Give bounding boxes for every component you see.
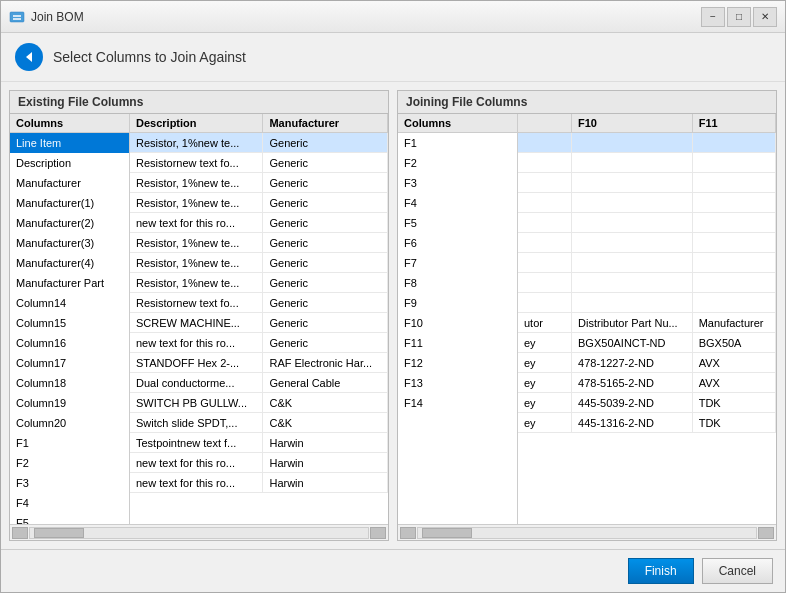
joining-col-item-12[interactable]: F13 [398,373,517,393]
joining-col-item-0[interactable]: F1 [398,133,517,153]
joining-preview-row-14[interactable]: ey445-1316-2-NDTDK [518,413,776,433]
existing-preview-cell: Resistornew text fo... [130,153,263,173]
existing-preview-area[interactable]: Description Manufacturer Resistor, 1%new… [130,114,388,524]
existing-preview-row-10[interactable]: new text for this ro...Generic [130,333,388,353]
existing-preview-row-17[interactable]: new text for this ro...Harwin [130,473,388,493]
joining-col-item-7[interactable]: F8 [398,273,517,293]
joining-col-item-8[interactable]: F9 [398,293,517,313]
existing-col-item-11[interactable]: Column17 [10,353,129,373]
existing-preview-row-6[interactable]: Resistor, 1%new te...Generic [130,253,388,273]
scroll-left-btn[interactable] [12,527,28,539]
existing-col-item-0[interactable]: Line Item [10,133,129,153]
existing-preview-row-14[interactable]: Switch slide SPDT,...C&K [130,413,388,433]
existing-col-item-16[interactable]: F2 [10,453,129,473]
existing-preview-cell: Switch slide SPDT,... [130,413,263,433]
existing-columns-list[interactable]: Columns Line ItemDescriptionManufacturer… [10,114,130,524]
existing-panel: Existing File Columns Columns Line ItemD… [9,90,389,541]
existing-col-item-4[interactable]: Manufacturer(2) [10,213,129,233]
existing-col-item-9[interactable]: Column15 [10,313,129,333]
existing-col-item-8[interactable]: Column14 [10,293,129,313]
joining-col-item-4[interactable]: F5 [398,213,517,233]
j-scroll-right-btn[interactable] [758,527,774,539]
window-title: Join BOM [31,10,84,24]
existing-preview-cell: Dual conductorme... [130,373,263,393]
joining-preview-row-13[interactable]: ey445-5039-2-NDTDK [518,393,776,413]
joining-preview-area[interactable]: F10 F11 utorDistributor Part Nu...Manufa… [518,114,776,524]
cancel-button[interactable]: Cancel [702,558,773,584]
maximize-button[interactable]: □ [727,7,751,27]
existing-col-item-19[interactable]: F5 [10,513,129,524]
existing-col-item-6[interactable]: Manufacturer(4) [10,253,129,273]
j-horiz-track[interactable] [417,527,757,539]
joining-preview-row-2[interactable] [518,173,776,193]
existing-col-item-18[interactable]: F4 [10,493,129,513]
existing-col-item-10[interactable]: Column16 [10,333,129,353]
existing-preview-row-9[interactable]: SCREW MACHINE...Generic [130,313,388,333]
existing-preview-row-0[interactable]: Resistor, 1%new te...Generic [130,133,388,153]
finish-button[interactable]: Finish [628,558,694,584]
existing-preview-row-11[interactable]: STANDOFF Hex 2-...RAF Electronic Har... [130,353,388,373]
joining-horiz-scrollbar[interactable] [398,524,776,540]
joining-preview-row-5[interactable] [518,233,776,253]
existing-preview-row-16[interactable]: new text for this ro...Harwin [130,453,388,473]
joining-col-item-1[interactable]: F2 [398,153,517,173]
existing-col-item-7[interactable]: Manufacturer Part [10,273,129,293]
joining-preview-row-3[interactable] [518,193,776,213]
existing-preview-row-1[interactable]: Resistornew text fo...Generic [130,153,388,173]
existing-preview-row-5[interactable]: Resistor, 1%new te...Generic [130,233,388,253]
joining-preview-row-0[interactable] [518,133,776,153]
joining-columns-list[interactable]: Columns F1F2F3F4F5F6F7F8F9F10F11F12F13F1… [398,114,518,524]
joining-preview-cell: utor [518,313,572,333]
existing-col-item-14[interactable]: Column20 [10,413,129,433]
back-button[interactable] [15,43,43,71]
existing-col-item-2[interactable]: Manufacturer [10,173,129,193]
existing-col-item-17[interactable]: F3 [10,473,129,493]
j-scroll-left-btn[interactable] [400,527,416,539]
existing-col-item-5[interactable]: Manufacturer(3) [10,233,129,253]
joining-col-item-11[interactable]: F12 [398,353,517,373]
horiz-thumb[interactable] [34,528,84,538]
close-button[interactable]: ✕ [753,7,777,27]
existing-preview-row-13[interactable]: SWITCH PB GULLW...C&K [130,393,388,413]
existing-preview-row-4[interactable]: new text for this ro...Generic [130,213,388,233]
joining-preview-cell [518,293,572,313]
scroll-right-btn[interactable] [370,527,386,539]
j-horiz-thumb[interactable] [422,528,472,538]
existing-col-item-15[interactable]: F1 [10,433,129,453]
joining-preview-row-11[interactable]: ey478-1227-2-NDAVX [518,353,776,373]
joining-preview-row-4[interactable] [518,213,776,233]
horiz-track[interactable] [29,527,369,539]
existing-col-item-1[interactable]: Description [10,153,129,173]
existing-preview-row-12[interactable]: Dual conductorme...General Cable [130,373,388,393]
joining-col-item-5[interactable]: F6 [398,233,517,253]
joining-col-item-3[interactable]: F4 [398,193,517,213]
joining-col-item-6[interactable]: F7 [398,253,517,273]
joining-col-item-2[interactable]: F3 [398,173,517,193]
joining-col-item-9[interactable]: F10 [398,313,517,333]
joining-preview-cell: AVX [692,373,775,393]
existing-preview-row-2[interactable]: Resistor, 1%new te...Generic [130,173,388,193]
joining-preview-row-6[interactable] [518,253,776,273]
existing-preview-row-3[interactable]: Resistor, 1%new te...Generic [130,193,388,213]
minimize-button[interactable]: − [701,7,725,27]
joining-preview-row-8[interactable] [518,293,776,313]
joining-preview-row-9[interactable]: utorDistributor Part Nu...Manufacturer [518,313,776,333]
joining-preview-row-7[interactable] [518,273,776,293]
joining-preview-col-header-1: F10 [572,114,693,133]
existing-horiz-scrollbar[interactable] [10,524,388,540]
joining-preview-cell: ey [518,413,572,433]
existing-preview-row-15[interactable]: Testpointnew text f...Harwin [130,433,388,453]
existing-preview-cell: SWITCH PB GULLW... [130,393,263,413]
joining-col-item-10[interactable]: F11 [398,333,517,353]
joining-col-item-13[interactable]: F14 [398,393,517,413]
existing-col-item-3[interactable]: Manufacturer(1) [10,193,129,213]
joining-preview-row-1[interactable] [518,153,776,173]
existing-preview-row-7[interactable]: Resistor, 1%new te...Generic [130,273,388,293]
existing-col-item-13[interactable]: Column19 [10,393,129,413]
existing-col-item-12[interactable]: Column18 [10,373,129,393]
joining-preview-row-12[interactable]: ey478-5165-2-NDAVX [518,373,776,393]
joining-columns-header: Columns [398,114,517,133]
existing-preview-cell: Resistor, 1%new te... [130,133,263,153]
existing-preview-row-8[interactable]: Resistornew text fo...Generic [130,293,388,313]
joining-preview-row-10[interactable]: eyBGX50AINCT-NDBGX50A [518,333,776,353]
